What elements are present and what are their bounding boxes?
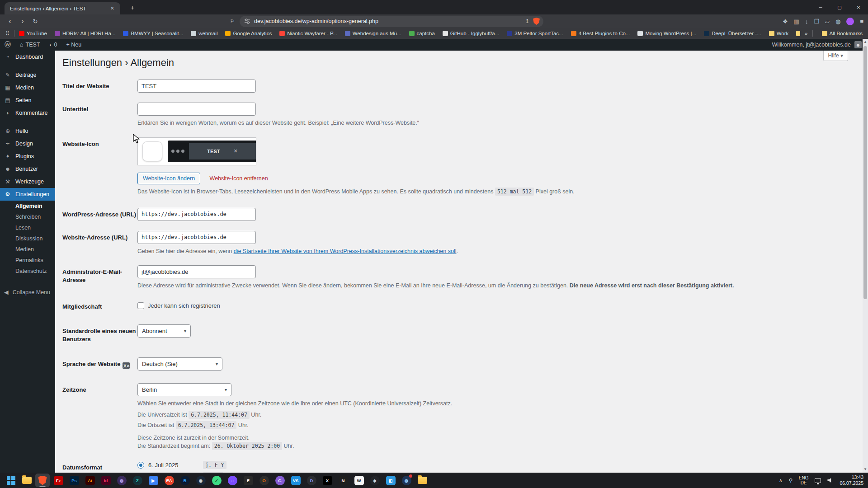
network-icon[interactable]	[815, 478, 821, 483]
bookmarks-overflow-chevron[interactable]: »	[805, 31, 807, 36]
sidebar-item-benutzer[interactable]: ☻Benutzer	[0, 163, 55, 175]
reload-button[interactable]: ↻	[29, 18, 42, 25]
sidebar-subitem-permalinks[interactable]: Permalinks	[0, 255, 55, 266]
timezone-select[interactable]: Berlin ▾	[137, 383, 231, 396]
bookmark-item[interactable]: 4 Best Plugins to Co...	[571, 31, 630, 36]
site-title-input[interactable]	[137, 80, 256, 93]
adminbar-new-button[interactable]: + Neu	[62, 39, 86, 51]
bookmark-item[interactable]: 3M Peltor SportTac...	[507, 31, 563, 36]
taskbar-app-indesign[interactable]: Id	[99, 474, 113, 487]
admin-email-input[interactable]	[137, 265, 256, 278]
sidebar-subitem-lesen[interactable]: Lesen	[0, 222, 55, 233]
all-bookmarks-button[interactable]: All Bookmarks	[822, 31, 863, 36]
taskbar-app-filezilla[interactable]: Fz	[51, 474, 66, 487]
taskbar-app-vs-code[interactable]: VS	[288, 474, 303, 487]
scroll-up-arrow[interactable]: ▲	[863, 39, 868, 45]
back-button[interactable]: ‹	[4, 17, 16, 25]
taskbar-app-app-notify[interactable]: ◍	[399, 474, 414, 487]
taskbar-app-app-gog[interactable]: G	[273, 474, 287, 487]
scroll-down-arrow[interactable]: ▼	[863, 466, 868, 473]
taskbar-app-app-dark-emblem[interactable]: ◈	[368, 474, 382, 487]
brave-shield-icon[interactable]	[533, 18, 540, 25]
sidebar-subitem-schreiben[interactable]: Schreiben	[0, 211, 55, 222]
membership-checkbox[interactable]	[137, 302, 144, 309]
tab-close-icon[interactable]: ✕	[108, 5, 117, 12]
bookmark-item[interactable]: BMWYY | Seasonalit...	[123, 31, 183, 36]
profile-avatar[interactable]	[846, 18, 854, 25]
sidebar-item-werkzeuge[interactable]: ⚒Werkzeuge	[0, 175, 55, 188]
taskbar-app-x-app[interactable]: X	[320, 474, 335, 487]
sidebar-subitem-diskussion[interactable]: Diskussion	[0, 233, 55, 244]
site-url-input[interactable]	[137, 231, 256, 244]
taskbar-app-app-purple-ring[interactable]: ◌	[225, 474, 240, 487]
taskbar-app-app-blue-tile[interactable]: ◧	[383, 474, 398, 487]
help-button[interactable]: Hilfe ▾	[823, 51, 848, 61]
sidebar-item-plugins[interactable]: ✦Plugins	[0, 150, 55, 163]
adminbar-account[interactable]: Willkommen, jt@jacobtobies.de ☻	[772, 41, 868, 48]
sidebar-item-kommentare[interactable]: ◗Kommentare	[0, 107, 55, 119]
taskbar-app-app-white-w[interactable]: W	[352, 474, 366, 487]
sidebar-item-medien[interactable]: ▦Medien	[0, 81, 55, 94]
bookmark-item[interactable]: YouTube	[19, 31, 47, 36]
taskbar-app-brave-browser[interactable]	[35, 474, 50, 487]
taskbar-app-app-dark-n[interactable]: N	[336, 474, 350, 487]
taskbar-app-app-play[interactable]: ▶	[146, 474, 160, 487]
maximize-button[interactable]: ▢	[830, 0, 849, 14]
taskbar-app-start-button[interactable]	[4, 474, 18, 487]
browser-tab[interactable]: Einstellungen › Allgemein ‹ TEST ✕	[5, 2, 120, 14]
default-role-select[interactable]: Abonnent ▾	[137, 324, 191, 338]
taskbar-app-illustrator[interactable]: Ai	[83, 474, 97, 487]
taskbar-app-file-explorer[interactable]	[19, 474, 34, 487]
forward-button[interactable]: ›	[16, 17, 29, 25]
bookmarks-panel-icon[interactable]: ⚐	[227, 18, 238, 24]
sidebar-subitem-datenschutz[interactable]: Datenschutz	[0, 266, 55, 277]
bookmark-item[interactable]: HDRIs: All | HDRI Ha...	[55, 31, 115, 36]
bookmark-item[interactable]: GitHub - Igglybuff/a...	[443, 31, 499, 36]
remove-site-icon-link[interactable]: Website-Icon entfernen	[210, 175, 268, 182]
close-button[interactable]: ✕	[849, 0, 868, 14]
clock[interactable]: 13:4306.07.2025	[840, 474, 863, 486]
microphone-icon[interactable]: ⚲	[789, 478, 793, 483]
sidebar-item-einstellungen[interactable]: ⚙Einstellungen	[0, 188, 55, 201]
bookmark-item[interactable]: Niantic Wayfarer - P...	[279, 31, 337, 36]
taskbar-app-epic-games[interactable]: E	[241, 474, 255, 487]
sidebar-icon[interactable]: ▥	[794, 18, 799, 25]
taskbar-app-app-dark-orb[interactable]: ◍	[114, 474, 129, 487]
sidebar-item-seiten[interactable]: ▤Seiten	[0, 94, 55, 107]
url-bar[interactable]: dev.jacobtobies.de/wp-admin/options-gene…	[240, 16, 543, 27]
page-scrollbar[interactable]: ▲ ▼	[863, 39, 868, 473]
bookmark-item[interactable]: Webdesign aus Mü...	[345, 31, 401, 36]
menu-icon[interactable]: ≡	[860, 18, 863, 25]
language-switcher[interactable]: ENGDE	[799, 475, 809, 486]
scrollbar-thumb[interactable]	[863, 46, 867, 299]
reading-list-icon[interactable]: ❐	[814, 18, 819, 25]
adminbar-site-name[interactable]: ⌂ TEST	[15, 39, 45, 51]
taskbar-app-app-zepp[interactable]: Z	[130, 474, 145, 487]
sidebar-subitem-allgemein[interactable]: Allgemein	[0, 201, 55, 211]
wp-logo[interactable]: Ⓦ	[0, 39, 15, 51]
taskbar-app-photoshop[interactable]: Ps	[67, 474, 81, 487]
bookmark-item[interactable]: Maintenance	[796, 31, 800, 36]
sidebar-item-collapse-menu[interactable]: ◀Collapse Menu	[0, 286, 55, 299]
radio-button[interactable]	[137, 462, 144, 469]
minimize-button[interactable]: ─	[811, 0, 830, 14]
change-site-icon-button[interactable]: Website-Icon ändern	[137, 173, 200, 184]
new-tab-button[interactable]: +	[127, 4, 137, 11]
bookmark-item[interactable]: captcha	[409, 31, 435, 36]
wallet-icon[interactable]: ▱	[825, 18, 830, 25]
taskbar-app-folder-shortcut[interactable]	[415, 474, 429, 487]
bookmark-item[interactable]: DeepL Übersetzer -...	[704, 31, 761, 36]
site-language-select[interactable]: Deutsch (Sie) ▾	[137, 357, 222, 371]
bookmark-item[interactable]: Moving WordPress |...	[637, 31, 696, 36]
adminbar-comments[interactable]: ◗ 0	[45, 39, 62, 51]
sidebar-item-beiträge[interactable]: ✎Beiträge	[0, 69, 55, 81]
site-settings-tune-icon[interactable]	[244, 18, 250, 24]
taskbar-app-app-origin[interactable]: O	[257, 474, 271, 487]
tagline-input[interactable]	[137, 103, 256, 116]
tray-chevron-icon[interactable]: ∧	[779, 478, 783, 483]
sidebar-subitem-medien[interactable]: Medien	[0, 244, 55, 255]
taskbar-app-battle-net[interactable]: B	[178, 474, 192, 487]
bookmark-item[interactable]: Work	[769, 31, 789, 36]
apps-grid-icon[interactable]: ⠿	[5, 30, 9, 37]
taskbar-app-ea-app[interactable]: EA	[162, 474, 176, 487]
